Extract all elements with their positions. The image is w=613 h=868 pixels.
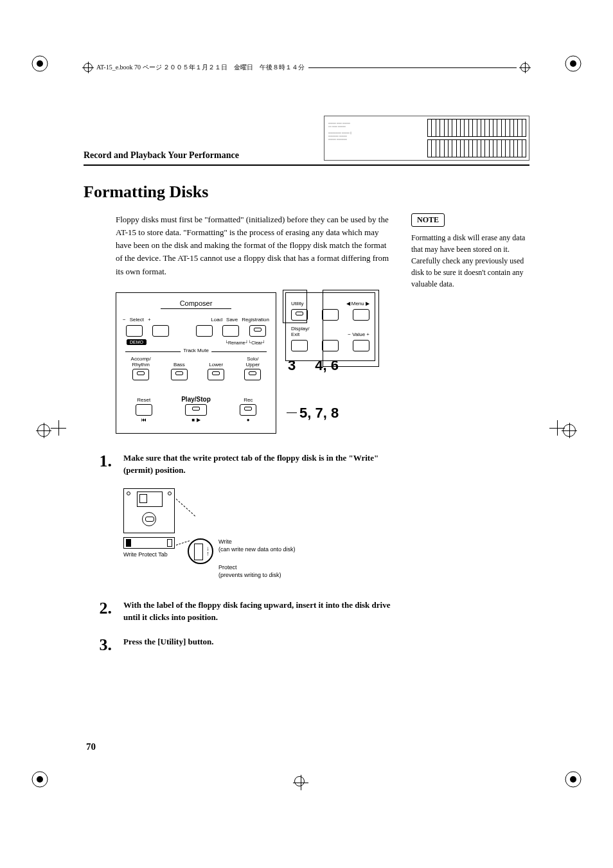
svg-point-1 — [37, 60, 43, 67]
reg-mark-left-inner — [53, 422, 62, 431]
zoom-circle-icon: ↓↑ — [188, 538, 213, 564]
reg-mark-right — [563, 424, 576, 437]
value-plus-button — [353, 340, 369, 351]
write-label: Write — [218, 538, 232, 545]
write-protect-tab-label: Write Protect Tab — [123, 551, 168, 558]
page-number: 70 — [86, 741, 96, 752]
reset-button — [136, 404, 152, 416]
utility-panel: Utility ◀ Menu ▶ Display/ Exit − Value + — [285, 292, 375, 361]
reg-mark-left — [37, 424, 50, 437]
header-file-text: AT-15_e.book 70 ページ ２００５年１月２１日 金曜日 午後８時１… — [96, 63, 305, 72]
svg-point-5 — [37, 776, 43, 783]
write-sub: (can write new data onto disk) — [218, 546, 296, 553]
svg-point-3 — [570, 60, 576, 67]
select-minus-button — [126, 325, 143, 337]
crop-mark-tl — [31, 55, 49, 75]
step-1-text: Make sure that the write protect tab of … — [123, 452, 393, 477]
composer-panel: Composer − Select + Load Save Registrati… — [116, 292, 276, 434]
intro-paragraph: Floppy disks must first be "formatted" (… — [116, 213, 393, 278]
play-stop-button — [185, 404, 207, 416]
lower-button — [208, 369, 224, 380]
callout-5-7-8: 5, 7, 8 — [299, 405, 339, 421]
svg-point-7 — [570, 776, 576, 783]
rec-button — [240, 404, 256, 416]
crop-mark-bl — [31, 770, 49, 791]
value-minus-button — [322, 340, 339, 351]
note-text: Formatting a disk will erase any data th… — [411, 232, 529, 290]
note-box-label: NOTE — [411, 213, 445, 227]
header-reg-icon-r — [520, 63, 529, 72]
page-title: Formatting Disks — [84, 182, 529, 202]
keyboard-graphic: ▭▭▭ ▭▭ ▭▭▭○○ ▭▭ ▭▭▭▭▭▭▭▭ ▭▭▭ ▯▭▭▭▭ ▭▭▭▭▭… — [324, 116, 529, 161]
step-number-2: 2 — [84, 599, 112, 618]
crop-mark-tr — [564, 55, 582, 75]
crop-mark-br — [564, 770, 582, 791]
reg-mark-bottom — [294, 776, 305, 786]
composer-title: Composer — [161, 299, 232, 309]
select-plus-button — [152, 325, 169, 337]
step-3-text: Press the [Utility] button. — [123, 635, 393, 648]
load-button — [196, 325, 213, 337]
section-label: Record and Playback Your Performance — [84, 150, 239, 161]
save-button — [222, 325, 239, 337]
reg-mark-right-inner — [551, 422, 560, 431]
header-reg-icon — [84, 63, 93, 72]
step-number-1: 1 — [84, 452, 112, 471]
protect-label: Protect — [218, 564, 237, 571]
page-header-line: AT-15_e.book 70 ページ ２００５年１月２１日 金曜日 午後８時１… — [84, 63, 529, 72]
menu-right-button — [353, 309, 369, 321]
menu-left-button — [322, 309, 339, 321]
floppy-diagram: Write Protect Tab ↓↑ Write (can write ne… — [123, 488, 393, 585]
protect-sub: (prevents writing to disk) — [218, 572, 281, 578]
solo-button — [244, 369, 261, 380]
utility-button — [291, 309, 308, 321]
step-2-text: With the label of the floppy disk facing… — [123, 599, 393, 624]
step-number-3: 3 — [84, 635, 112, 655]
accomp-button — [132, 369, 149, 380]
bass-button — [171, 369, 188, 380]
display-exit-button — [291, 340, 308, 351]
registration-button — [249, 325, 266, 337]
